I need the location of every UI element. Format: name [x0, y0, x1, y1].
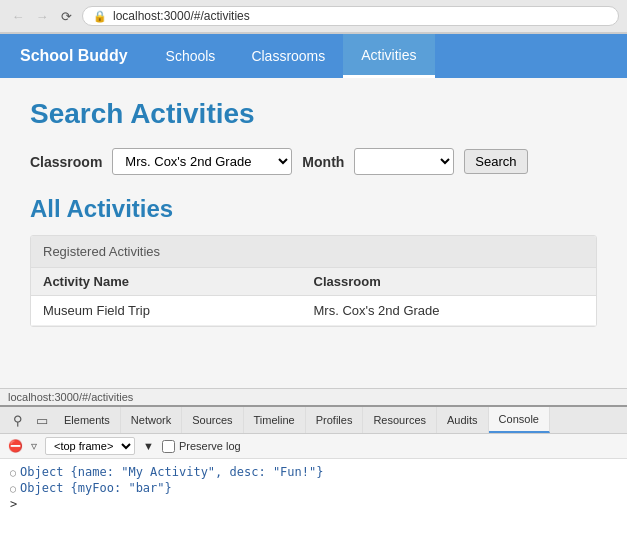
preserve-log-label[interactable]: Preserve log: [162, 440, 241, 453]
table-row: Museum Field Trip Mrs. Cox's 2nd Grade: [31, 296, 596, 326]
console-line-icon-2: ○: [10, 483, 16, 494]
main-content: Search Activities Classroom Mrs. Cox's 2…: [0, 78, 627, 388]
classroom-label: Classroom: [30, 154, 102, 170]
month-label: Month: [302, 154, 344, 170]
devtools-inspect-icon[interactable]: ⚲: [6, 407, 30, 433]
frame-arrow: ▼: [143, 440, 154, 452]
devtools-clear-btn[interactable]: ⛔: [8, 439, 23, 453]
col-classroom: Classroom: [314, 274, 585, 289]
console-line-text: Object {name: "My Activity", desc: "Fun!…: [20, 465, 323, 479]
devtools-console-toolbar: ⛔ ▿ <top frame> ▼ Preserve log: [0, 434, 627, 459]
devtools-tab-audits[interactable]: Audits: [437, 407, 489, 433]
back-button[interactable]: ←: [8, 6, 28, 26]
status-bar: localhost:3000/#/activities: [0, 388, 627, 405]
devtools-filter-btn[interactable]: ▿: [31, 439, 37, 453]
nav-buttons: ← → ⟳: [8, 6, 76, 26]
nav-item-activities[interactable]: Activities: [343, 34, 434, 78]
search-button[interactable]: Search: [464, 149, 527, 174]
devtools-panel: ⚲ ▭ Elements Network Sources Timeline Pr…: [0, 405, 627, 542]
devtools-device-icon[interactable]: ▭: [30, 407, 54, 433]
console-line-icon: ○: [10, 467, 16, 478]
devtools-tab-console[interactable]: Console: [489, 407, 550, 433]
status-url: localhost:3000/#/activities: [8, 391, 133, 403]
nav-item-schools[interactable]: Schools: [148, 34, 234, 78]
forward-button[interactable]: →: [32, 6, 52, 26]
devtools-tab-sources[interactable]: Sources: [182, 407, 243, 433]
lock-icon: 🔒: [93, 10, 107, 23]
console-line-2: ○ Object {myFoo: "bar"}: [10, 481, 617, 495]
search-bar: Classroom Mrs. Cox's 2nd Grade Month Sea…: [30, 148, 597, 175]
section-title: All Activities: [30, 195, 597, 223]
reload-button[interactable]: ⟳: [56, 6, 76, 26]
table-registered-header: Registered Activities: [31, 236, 596, 268]
nav-item-classrooms[interactable]: Classrooms: [233, 34, 343, 78]
browser-toolbar: ← → ⟳ 🔒 localhost:3000/#/activities: [0, 0, 627, 33]
devtools-tab-network[interactable]: Network: [121, 407, 182, 433]
month-select[interactable]: [354, 148, 454, 175]
address-bar[interactable]: 🔒 localhost:3000/#/activities: [82, 6, 619, 26]
activities-table: Registered Activities Activity Name Clas…: [30, 235, 597, 327]
preserve-log-checkbox[interactable]: [162, 440, 175, 453]
browser-chrome: ← → ⟳ 🔒 localhost:3000/#/activities: [0, 0, 627, 34]
console-line-text-2: Object {myFoo: "bar"}: [20, 481, 172, 495]
devtools-tab-profiles[interactable]: Profiles: [306, 407, 364, 433]
console-output[interactable]: ○ Object {name: "My Activity", desc: "Fu…: [0, 459, 627, 542]
devtools-tabs: ⚲ ▭ Elements Network Sources Timeline Pr…: [0, 407, 627, 434]
devtools-tab-resources[interactable]: Resources: [363, 407, 437, 433]
devtools-tab-elements[interactable]: Elements: [54, 407, 121, 433]
table-columns: Activity Name Classroom: [31, 268, 596, 296]
app-logo: School Buddy: [0, 34, 148, 78]
col-activity-name: Activity Name: [43, 274, 314, 289]
app-nav: School Buddy Schools Classrooms Activiti…: [0, 34, 627, 78]
console-prompt-symbol: >: [10, 497, 17, 511]
cell-activity-name: Museum Field Trip: [43, 303, 314, 318]
devtools-tab-timeline[interactable]: Timeline: [244, 407, 306, 433]
url-text: localhost:3000/#/activities: [113, 9, 250, 23]
frame-select[interactable]: <top frame>: [45, 437, 135, 455]
console-line-1: ○ Object {name: "My Activity", desc: "Fu…: [10, 465, 617, 479]
console-prompt[interactable]: >: [10, 497, 617, 511]
page-title: Search Activities: [30, 98, 597, 130]
classroom-select[interactable]: Mrs. Cox's 2nd Grade: [112, 148, 292, 175]
cell-classroom: Mrs. Cox's 2nd Grade: [314, 303, 585, 318]
